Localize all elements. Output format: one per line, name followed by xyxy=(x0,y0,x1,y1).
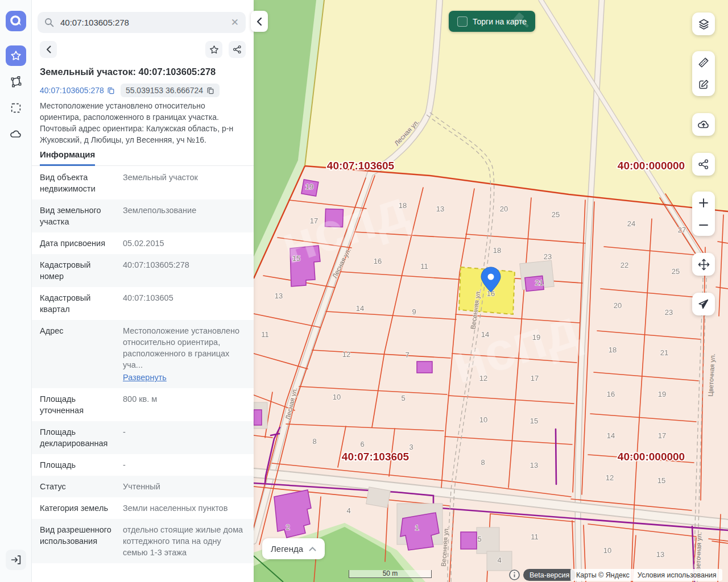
cadastral-number-link[interactable]: 40:07:103605:278 xyxy=(40,86,115,95)
parcel-number-label: 17 xyxy=(658,431,666,440)
parcel-number-label: 18 xyxy=(399,201,407,210)
row-label: Статус xyxy=(40,481,115,492)
parcel-number-label: 22 xyxy=(621,261,628,269)
parcel-number-label: 10 xyxy=(333,393,341,401)
parcel-number-label: 5 xyxy=(477,535,481,543)
trades-checkbox[interactable] xyxy=(457,16,468,27)
row-value: Земли населенных пунктов xyxy=(123,502,247,514)
row-label: Площадь xyxy=(40,459,115,471)
layers-button[interactable] xyxy=(692,13,715,35)
row-value: Землепользование xyxy=(123,205,247,227)
move-icon xyxy=(697,258,710,271)
my-location-button[interactable] xyxy=(692,293,715,315)
parcel-number-label: 13 xyxy=(436,205,444,213)
table-row: Кадастровый номер40:07:103605:278 xyxy=(32,254,254,287)
ruler-button[interactable] xyxy=(692,52,715,74)
parcel-number-label: 25 xyxy=(672,267,680,276)
logout-icon xyxy=(10,554,22,566)
map-canvas[interactable]: нспднспд 1917151311181316111491271058632… xyxy=(254,0,728,582)
search-bar[interactable]: ✕ xyxy=(38,12,246,33)
parcel-number-label: 17 xyxy=(310,217,318,225)
location-arrow-icon xyxy=(697,298,710,310)
parcel-number-label: 6 xyxy=(360,440,364,448)
favorite-object-button[interactable] xyxy=(205,41,222,58)
info-icon[interactable] xyxy=(508,569,520,581)
parcel-number-label: 10 xyxy=(603,546,611,555)
parcel-number-label: 11 xyxy=(261,330,269,339)
sidebar-item-polygon-tool[interactable] xyxy=(6,72,26,92)
layers-icon xyxy=(697,18,710,31)
parcel-number-label: 13 xyxy=(275,292,283,300)
row-value: 40:07:103605 xyxy=(123,292,247,315)
table-row: Площадь уточненная800 кв. м xyxy=(32,388,254,421)
parcel-number-label: 9 xyxy=(412,307,416,316)
attribution-terms-link[interactable]: Условия использования xyxy=(638,571,717,579)
row-label: Вид объекта недвижимости xyxy=(40,172,115,194)
zoom-controls xyxy=(692,192,715,236)
zoom-in-button[interactable] xyxy=(692,192,715,214)
table-row: Вид разрешенного использованияотдельно с… xyxy=(32,519,254,563)
app-logo[interactable] xyxy=(6,11,26,31)
sidebar-item-select-area[interactable] xyxy=(6,98,26,118)
trades-on-map-toggle[interactable]: Торги на карте xyxy=(449,11,535,32)
copy-icon[interactable] xyxy=(206,86,214,94)
row-label: Площадь декларированная xyxy=(40,426,115,449)
coordinates-chip[interactable]: 55.039153 36.666724 xyxy=(121,84,220,97)
collapse-panel-button[interactable] xyxy=(251,11,268,32)
share-map-button[interactable] xyxy=(692,153,715,176)
expand-address-link[interactable]: Развернуть xyxy=(123,372,167,383)
parcel-number-label: 18 xyxy=(609,346,617,354)
share-object-button[interactable] xyxy=(229,41,246,58)
minus-icon xyxy=(698,219,709,231)
attribution-copyright: Карты © Яндекс xyxy=(576,571,630,579)
copy-icon[interactable] xyxy=(107,86,115,94)
cloud-icon xyxy=(9,127,23,141)
legend-button[interactable]: Легенда xyxy=(262,538,325,559)
chevron-left-icon xyxy=(46,45,51,53)
sidebar-item-favorites[interactable] xyxy=(6,45,26,66)
parcel-number-label: 23 xyxy=(665,308,673,317)
map-scale-bar: 50 m xyxy=(349,570,432,578)
parcel-number-label: 14 xyxy=(356,304,364,313)
parcel-number-label: 10 xyxy=(479,415,487,424)
tab-information[interactable]: Информация xyxy=(40,149,95,166)
search-input[interactable] xyxy=(59,17,226,28)
row-label: Дата присвоения xyxy=(40,238,115,249)
upload-button[interactable] xyxy=(692,113,715,136)
row-value: Учтенный xyxy=(123,481,247,492)
row-value: отдельно стоящие жилые дома коттеджного … xyxy=(123,524,247,558)
parcel-number-label: 19 xyxy=(658,390,666,398)
quarter-number-label: 40:00:000000 xyxy=(618,451,685,463)
chevron-up-icon xyxy=(309,547,316,551)
parcel-number-label: 1 xyxy=(415,523,419,532)
row-label: Категория земель xyxy=(40,502,115,514)
parcel-number-label: 15 xyxy=(657,476,665,485)
logout-button[interactable] xyxy=(6,550,26,570)
row-label: Кадастровый номер xyxy=(40,259,115,282)
parcel-number-label: 18 xyxy=(493,246,501,255)
parcel-number-label: 19 xyxy=(532,333,540,342)
clear-search-icon[interactable]: ✕ xyxy=(231,18,239,27)
share-icon xyxy=(697,158,710,171)
zoom-out-button[interactable] xyxy=(692,214,715,236)
panel-tabs: Информация xyxy=(32,149,254,166)
parcel-number-label: 14 xyxy=(481,330,489,339)
row-label: Вид земельного участка xyxy=(40,205,115,227)
back-button[interactable] xyxy=(40,41,57,58)
parcel-number-label: 27 xyxy=(678,226,686,234)
table-row: Площадь декларированная- xyxy=(32,421,254,454)
select-area-icon xyxy=(10,102,22,114)
left-icon-rail xyxy=(0,0,32,582)
draw-area-button[interactable] xyxy=(692,74,715,96)
object-chips: 40:07:103605:278 55.039153 36.666724 xyxy=(40,84,220,97)
pan-mode-button[interactable] xyxy=(692,253,715,276)
parcel-number-label: 4 xyxy=(497,556,501,564)
parcel-number-label: 21 xyxy=(535,278,543,287)
trades-label: Торги на карте xyxy=(473,17,527,26)
parcel-number-label: 16 xyxy=(374,257,382,265)
sidebar-item-cloud[interactable] xyxy=(6,124,26,144)
star-icon xyxy=(10,49,22,62)
parcel-number-label: 4 xyxy=(346,506,350,515)
chevron-left-icon xyxy=(257,17,262,26)
parcel-number-label: 11 xyxy=(420,262,428,271)
